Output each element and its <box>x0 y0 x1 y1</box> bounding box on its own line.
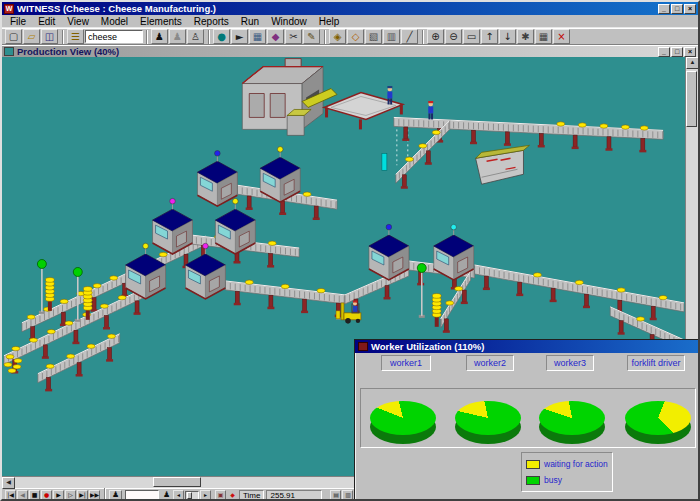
fit-view-icon[interactable]: ▭ <box>463 29 480 44</box>
rewind-button[interactable]: |◀ <box>5 490 16 501</box>
playback-buttons: |◀◀■●▶▷▶|▶▶ <box>5 490 101 501</box>
legend-swatch <box>526 460 540 469</box>
step-forward-button[interactable]: ▶| <box>77 490 88 501</box>
zoom-out-icon[interactable]: ⊖ <box>445 29 462 44</box>
move-down-icon[interactable]: ↓ <box>499 29 516 44</box>
cheese-item <box>110 276 118 280</box>
element-combo-input[interactable] <box>85 30 143 43</box>
cheese-item <box>621 125 629 129</box>
worker-window-icon <box>358 342 368 351</box>
scroll-up-icon[interactable]: ▲ <box>686 57 699 69</box>
select-icon[interactable]: ► <box>231 29 248 44</box>
menu-reports[interactable]: Reports <box>188 16 235 27</box>
worker-window-title: Worker Utilization (110%) <box>371 341 484 352</box>
move-up-icon[interactable]: ↑ <box>481 29 498 44</box>
play-slow-button[interactable]: ▷ <box>65 490 76 501</box>
speed-slider[interactable] <box>185 491 199 500</box>
horizontal-scroll-thumb[interactable] <box>153 477 201 487</box>
pie-chart <box>455 401 521 435</box>
cheese-item <box>281 284 289 288</box>
settings-icon[interactable]: ✱ <box>517 29 534 44</box>
zoom-in-icon[interactable]: ⊕ <box>427 29 444 44</box>
display-icon[interactable]: ● <box>213 29 230 44</box>
menu-file[interactable]: File <box>4 16 32 27</box>
step-back-button[interactable]: ◀ <box>17 490 28 501</box>
cheese-item <box>27 315 35 319</box>
close-button[interactable]: × <box>684 4 696 14</box>
palette-icon[interactable]: ◆ <box>267 29 284 44</box>
cheese-item <box>455 286 463 290</box>
production-minimize-button[interactable]: _ <box>658 47 670 57</box>
cheese-item <box>93 284 101 288</box>
walk-model-icon[interactable]: ♟ <box>169 29 186 44</box>
image-icon[interactable]: ▦ <box>249 29 266 44</box>
cheese-item <box>419 144 427 148</box>
alert-icon: ◆ <box>227 490 238 501</box>
path-element-icon[interactable]: ╱ <box>401 29 418 44</box>
scroll-left-icon[interactable]: ◀ <box>2 477 15 489</box>
cheese-item <box>405 157 413 161</box>
run-model-icon[interactable]: ♟ <box>151 29 168 44</box>
cheese-item <box>640 126 648 130</box>
new-model-icon[interactable]: ▢ <box>5 29 22 44</box>
speed-up-button[interactable]: ▸ <box>200 490 211 501</box>
speed-person-icon: ♟ <box>161 490 172 501</box>
production-view-titlebar[interactable]: Production View (40%) _ □ × <box>2 45 698 57</box>
legend-row: busy <box>526 472 608 488</box>
worker-window-titlebar[interactable]: Worker Utilization (110%) <box>355 340 699 353</box>
open-model-icon[interactable]: ▱ <box>23 29 40 44</box>
buffer-element-icon[interactable]: ▥ <box>383 29 400 44</box>
maximize-button[interactable]: □ <box>671 4 683 14</box>
speed-slider-thumb[interactable] <box>187 492 192 499</box>
production-restore-button[interactable]: □ <box>671 47 683 57</box>
walk-person-button[interactable]: ♟ <box>109 490 122 501</box>
machine-element-icon[interactable]: ▧ <box>365 29 382 44</box>
vertical-scroll-thumb[interactable] <box>686 71 697 127</box>
menu-help[interactable]: Help <box>313 16 346 27</box>
menu-view[interactable]: View <box>61 16 95 27</box>
cheese-item <box>600 124 608 128</box>
save-model-icon[interactable]: ◫ <box>41 29 58 44</box>
record-button[interactable]: ● <box>41 490 52 501</box>
cheese-item <box>578 123 586 127</box>
stop-button[interactable]: ■ <box>29 490 40 501</box>
part-icon[interactable]: ◇ <box>347 29 364 44</box>
cheese-item <box>533 273 541 277</box>
speed-down-button[interactable]: ◂ <box>173 490 184 501</box>
toolbar: ▢▱◫☰♟♟♙●►▦◆✂✎◈◇▧▥╱⊕⊖▭↑↓✱▦× <box>2 28 698 45</box>
worker-label: worker3 <box>546 355 594 371</box>
menu-model[interactable]: Model <box>95 16 134 27</box>
element-list-icon[interactable]: ☰ <box>67 29 84 44</box>
cheese-item <box>432 130 440 134</box>
draw-icon[interactable]: ✎ <box>303 29 320 44</box>
windows-icon[interactable]: ▦ <box>535 29 552 44</box>
minimize-button[interactable]: _ <box>658 4 670 14</box>
worker-label: worker2 <box>466 355 514 371</box>
menu-window[interactable]: Window <box>265 16 313 27</box>
cheese-item <box>303 192 311 196</box>
cheese-item <box>12 346 20 350</box>
cheese-item <box>575 280 583 284</box>
cheese-item <box>14 359 22 363</box>
play-button[interactable]: ▶ <box>53 490 64 501</box>
batch-input[interactable] <box>125 490 159 501</box>
title-bar: W WITNESS (Cheese : Cheese Manufacturing… <box>2 2 698 15</box>
menu-run[interactable]: Run <box>235 16 265 27</box>
time-value: 255.91 <box>266 490 322 501</box>
monitor-button[interactable]: ▣ <box>215 490 226 501</box>
cheese-item <box>67 354 75 358</box>
window-title: WITNESS (Cheese : Cheese Manufacturing.) <box>17 3 657 14</box>
fast-forward-button[interactable]: ▶▶ <box>89 490 100 501</box>
stats-icon[interactable]: ▥ <box>342 490 353 501</box>
step-model-icon[interactable]: ♙ <box>187 29 204 44</box>
production-close-button[interactable]: × <box>684 47 696 57</box>
report-icon[interactable]: ▤ <box>330 490 341 501</box>
menu-edit[interactable]: Edit <box>32 16 61 27</box>
worker-window[interactable]: Worker Utilization (110%) worker1worker2… <box>354 339 700 501</box>
designer-icon[interactable]: ◈ <box>329 29 346 44</box>
delete-icon[interactable]: × <box>553 29 570 44</box>
cut-icon[interactable]: ✂ <box>285 29 302 44</box>
cheese-item <box>47 329 55 333</box>
legend-label: busy <box>544 475 562 485</box>
menu-elements[interactable]: Elements <box>134 16 188 27</box>
